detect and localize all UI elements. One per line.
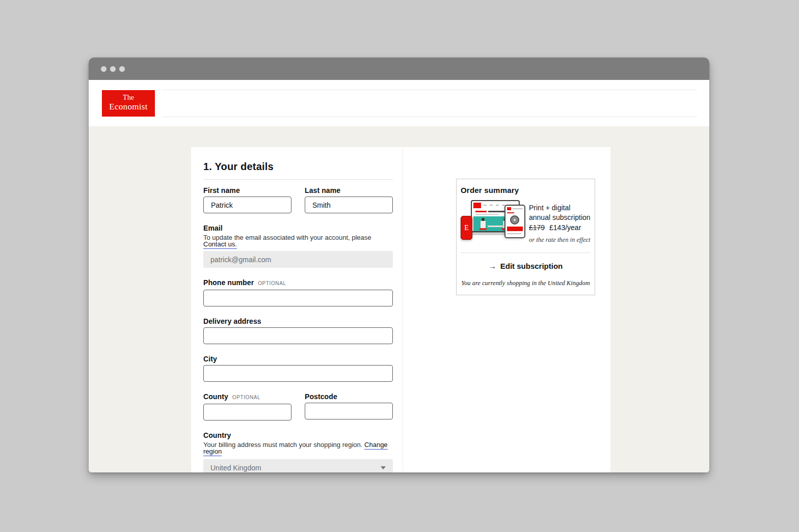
optional-badge: OPTIONAL — [258, 279, 286, 288]
header-divider-top — [162, 90, 697, 90]
browser-window: The Economist 1. Your details First name — [89, 58, 709, 472]
phone-input[interactable] — [203, 290, 393, 306]
email-label: Email — [203, 224, 393, 232]
product-description: Print + digital annual subscription £179… — [529, 200, 591, 245]
fan-photo — [510, 215, 519, 225]
column-divider — [403, 147, 403, 472]
chevron-down-icon — [381, 466, 386, 469]
tablet-illustration — [504, 205, 525, 238]
country-select: United Kingdom — [203, 459, 393, 472]
delivery-address-label: Delivery address — [203, 317, 393, 325]
arrow-right-icon: → — [489, 262, 496, 270]
window-dot-icon — [101, 66, 106, 72]
postcode-label: Postcode — [305, 393, 393, 401]
email-helper-text: To update the email associated with your… — [203, 234, 393, 247]
checkout-card: 1. Your details First name Last name — [191, 147, 610, 472]
window-dot-icon — [119, 66, 125, 72]
postcode-group: Postcode — [305, 393, 393, 421]
phone-illustration: E — [461, 216, 472, 240]
product-row: E Print + digital annual subscription £1… — [461, 200, 591, 245]
city-group: City — [203, 355, 393, 382]
old-price: £179 — [529, 223, 545, 232]
edit-subscription-button[interactable]: →Edit subscription — [461, 262, 591, 270]
order-summary-title: Order summary — [461, 186, 591, 194]
country-helper-text: Your billing address must match your sho… — [203, 441, 393, 455]
product-devices-image: E — [461, 200, 526, 242]
city-input[interactable] — [203, 365, 393, 382]
header-divider-bottom — [162, 117, 697, 117]
email-input — [203, 251, 393, 268]
browser-titlebar — [89, 58, 709, 80]
your-details-form: 1. Your details First name Last name — [203, 147, 393, 472]
delivery-address-input[interactable] — [203, 327, 393, 344]
window-dot-icon — [110, 66, 116, 72]
site-header: The Economist — [89, 80, 709, 126]
county-label: County OPTIONAL — [203, 393, 291, 402]
economist-masthead-icon — [473, 203, 481, 208]
last-name-label: Last name — [305, 186, 393, 194]
country-select-value: United Kingdom — [210, 464, 261, 472]
first-name-label: First name — [203, 186, 291, 194]
logo-line2: Economist — [102, 102, 155, 111]
first-name-input[interactable] — [203, 197, 291, 213]
logo-line1: The — [102, 94, 155, 102]
product-name-line2: annual subscription — [529, 213, 591, 222]
economist-masthead-icon — [507, 207, 511, 210]
price-line: £179 £143/year — [529, 223, 591, 233]
county-postcode-row: County OPTIONAL Postcode — [203, 393, 393, 421]
delivery-address-group: Delivery address — [203, 317, 393, 344]
first-name-group: First name — [203, 186, 291, 213]
country-label: Country — [203, 431, 393, 439]
summary-divider — [461, 253, 591, 253]
last-name-input[interactable] — [305, 197, 393, 213]
product-name-line1: Print + digital — [529, 203, 591, 213]
rate-note: or the rate then in effect — [529, 235, 591, 245]
postcode-input[interactable] — [305, 403, 393, 419]
phone-group: Phone number OPTIONAL — [203, 278, 393, 306]
email-group: Email To update the email associated wit… — [203, 224, 393, 268]
optional-badge: OPTIONAL — [232, 394, 260, 402]
economist-logo[interactable]: The Economist — [102, 90, 155, 117]
country-group: Country Your billing address must match … — [203, 431, 393, 472]
county-input[interactable] — [203, 404, 291, 421]
section-title: 1. Your details — [203, 160, 393, 173]
phone-label: Phone number OPTIONAL — [203, 278, 393, 288]
order-summary-panel: Order summary — [456, 179, 595, 295]
last-name-group: Last name — [305, 186, 393, 213]
name-row: First name Last name — [203, 186, 393, 213]
city-label: City — [203, 355, 393, 363]
checkout-page: 1. Your details First name Last name — [89, 126, 709, 472]
contact-us-link[interactable]: Contact us. — [203, 240, 237, 249]
shopping-region-note: You are currently shopping in the United… — [461, 279, 591, 287]
title-divider — [203, 179, 393, 180]
current-price: £143/year — [549, 223, 581, 232]
county-group: County OPTIONAL — [203, 393, 291, 421]
